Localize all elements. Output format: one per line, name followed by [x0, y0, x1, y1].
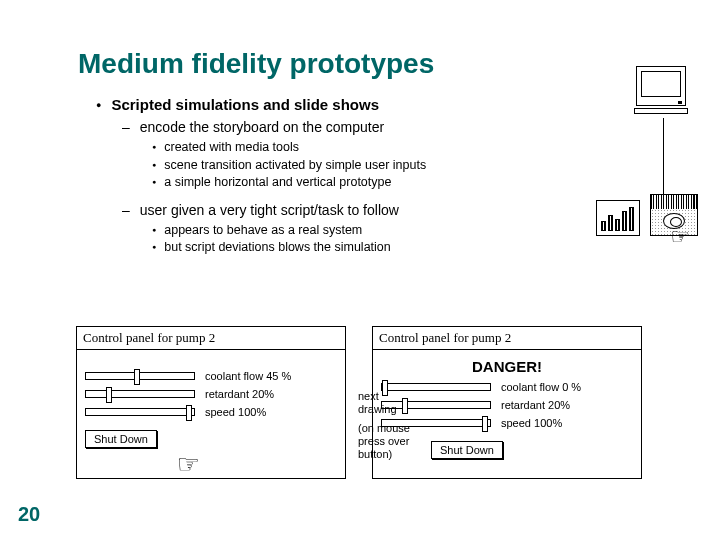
annotation-mouse-press: (on mouse press over button) — [358, 422, 412, 462]
slider-coolant[interactable] — [85, 372, 195, 380]
danger-label: DANGER! — [381, 358, 633, 375]
label-retardant: retardant 20% — [205, 388, 274, 400]
devices-icon: ☜ — [596, 194, 698, 236]
computer-icon — [632, 66, 690, 114]
bullet-sub1: encode the storyboard on the computer — [122, 119, 426, 135]
bullet-sub2: user given a very tight script/task to f… — [122, 202, 426, 218]
slider-speed[interactable] — [85, 408, 195, 416]
label-coolant: coolant flow 45 % — [205, 370, 291, 382]
shut-down-button[interactable]: Shut Down — [85, 430, 157, 448]
pointing-hand-icon: ☜ — [177, 449, 200, 480]
label-speed: speed 100% — [205, 406, 266, 418]
bullet-sub1b: scene transition activated by simple use… — [152, 157, 426, 175]
bar-chart-icon — [596, 200, 640, 236]
bullet-sub2a: appears to behave as a real system — [152, 222, 426, 240]
bullet-sub2b: but script deviations blows the simulati… — [152, 239, 426, 257]
panel-2: Control panel for pump 2 DANGER! coolant… — [372, 326, 642, 479]
label-speed-2: speed 100% — [501, 417, 562, 429]
label-retardant-2: retardant 20% — [501, 399, 570, 411]
bullet-main: Scripted simulations and slide shows — [111, 96, 379, 113]
connector-line — [663, 118, 665, 194]
panel-1-title: Control panel for pump 2 — [77, 327, 345, 350]
bullet-sub1a: created with media tools — [152, 139, 426, 157]
bullet-sub1c: a simple horizontal and vertical prototy… — [152, 174, 426, 192]
annotation-next-drawing: next drawing — [358, 390, 402, 416]
shut-down-button-2[interactable]: Shut Down — [431, 441, 503, 459]
panel-1: Control panel for pump 2 coolant flow 45… — [76, 326, 346, 479]
bullet-content: Scripted simulations and slide shows enc… — [96, 96, 426, 257]
pointing-hand-icon: ☜ — [670, 224, 690, 250]
page-number: 20 — [18, 503, 40, 526]
label-coolant-2: coolant flow 0 % — [501, 381, 581, 393]
slide-title: Medium fidelity prototypes — [78, 48, 434, 80]
slider-retardant[interactable] — [85, 390, 195, 398]
panel-2-title: Control panel for pump 2 — [373, 327, 641, 350]
